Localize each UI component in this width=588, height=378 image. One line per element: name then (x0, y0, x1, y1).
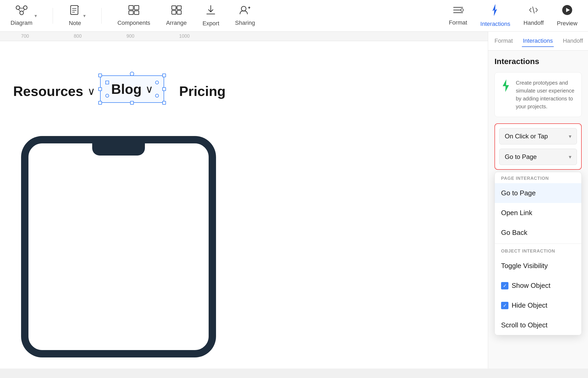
sharing-label: Sharing (235, 20, 255, 26)
nav-resources[interactable]: Resources ∨ (13, 83, 95, 99)
svg-rect-12 (129, 11, 133, 14)
hide-object-label: Hide Object (512, 301, 547, 309)
format-button[interactable]: Format (449, 5, 467, 26)
phone-body (21, 136, 216, 357)
blog-arrow-icon: ∨ (145, 83, 153, 95)
note-toolbar-item[interactable]: Note ▾ (69, 5, 85, 27)
interaction-config-container: On Click or Tap ▾ Go to Page ▾ (494, 123, 582, 170)
trigger-chevron-icon: ▾ (569, 133, 571, 139)
hide-object-checkbox-icon: ✓ (501, 302, 508, 309)
show-object-label: Show Object (512, 282, 550, 290)
right-panel: Format Interactions Handoff Preview Inte… (488, 32, 588, 369)
handle-top-right[interactable] (162, 74, 166, 77)
export-label: Export (203, 20, 219, 27)
arrange-label: Arrange (166, 20, 187, 26)
svg-point-1 (23, 6, 27, 9)
interactions-icon (491, 4, 499, 18)
pricing-text: Pricing (179, 84, 226, 99)
dropdown-item-go-back[interactable]: Go Back (495, 223, 581, 243)
svg-rect-15 (177, 6, 181, 9)
blog-selection-wrapper[interactable]: Blog ∨ (100, 75, 164, 103)
dropdown-item-open-link[interactable]: Open Link (495, 203, 581, 223)
note-button[interactable]: Note (69, 5, 81, 27)
handoff-label: Handoff (523, 20, 544, 26)
panel-title: Interactions (494, 57, 582, 66)
blog-element[interactable]: Blog ∨ (100, 75, 164, 103)
circle-handle-br (155, 94, 159, 98)
diagram-icon (16, 5, 27, 17)
interactions-label: Interactions (480, 21, 510, 27)
svg-point-27 (461, 9, 463, 11)
handoff-button[interactable]: Handoff (523, 5, 544, 26)
ruler-900: 900 (126, 33, 134, 39)
object-interaction-header: OBJECT INTERACTION (495, 245, 581, 256)
svg-point-21 (241, 6, 246, 11)
note-arrow-icon: ▾ (83, 13, 86, 19)
toolbar: Diagram ▾ Note ▾ (0, 0, 588, 32)
handle-bottom-right[interactable] (162, 101, 166, 105)
show-object-checkbox-icon: ✓ (501, 282, 508, 289)
ruler-1000: 1000 (179, 33, 190, 39)
export-button[interactable]: Export (203, 4, 219, 27)
trigger-select[interactable]: On Click or Tap ▾ (499, 128, 577, 144)
arrange-icon (171, 5, 182, 17)
diagram-button[interactable]: Diagram (11, 5, 32, 26)
diagram-toolbar-item[interactable]: Diagram ▾ (11, 5, 37, 26)
svg-line-28 (533, 7, 534, 13)
tab-handoff[interactable]: Handoff (562, 35, 584, 47)
canvas-content[interactable]: Resources ∨ (0, 41, 488, 369)
toolbar-left: Diagram ▾ Note ▾ (11, 4, 255, 27)
sharing-icon (239, 5, 251, 17)
action-dropdown-menu: PAGE INTERACTION Go to Page Open Link Go… (494, 172, 582, 335)
action-select[interactable]: Go to Page ▾ (499, 149, 577, 165)
resources-text: Resources (13, 83, 83, 99)
format-icon (453, 5, 464, 17)
handle-top-center[interactable] (130, 72, 134, 76)
sharing-button[interactable]: Sharing (235, 5, 255, 26)
handle-bottom-left[interactable] (98, 101, 102, 105)
interactions-button[interactable]: Interactions (480, 4, 510, 27)
panel-tabs: Format Interactions Handoff Preview (488, 32, 588, 51)
note-label: Note (69, 20, 81, 27)
diagram-arrow-icon: ▾ (35, 13, 37, 19)
svg-rect-11 (134, 6, 139, 10)
svg-rect-16 (172, 11, 176, 14)
dropdown-item-go-to-page[interactable]: Go to Page (495, 183, 581, 203)
svg-point-0 (16, 6, 20, 9)
nav-pricing[interactable]: Pricing (179, 83, 226, 99)
components-button[interactable]: Components (117, 5, 150, 26)
components-label: Components (117, 20, 150, 26)
circle-handle-bl (105, 94, 109, 98)
svg-rect-10 (129, 6, 133, 10)
phone-notch (92, 143, 145, 156)
toggle-visibility-label: Toggle Visibility (501, 262, 548, 270)
dropdown-item-hide-object[interactable]: ✓ Hide Object (495, 295, 581, 315)
handle-mid-right[interactable] (162, 87, 166, 91)
phone-mockup (21, 136, 216, 357)
format-label: Format (449, 19, 467, 26)
interactions-info-card: Create prototypes and simulate user expe… (494, 72, 582, 117)
interactions-info-text: Create prototypes and simulate user expe… (516, 79, 575, 110)
preview-button[interactable]: Preview (557, 4, 577, 27)
handle-mid-left[interactable] (98, 87, 102, 91)
dropdown-divider (495, 244, 581, 244)
svg-line-4 (18, 9, 21, 12)
export-icon (206, 4, 215, 18)
dropdown-item-scroll-to-object[interactable]: Scroll to Object (495, 315, 581, 335)
handle-top-left[interactable] (98, 74, 102, 77)
arrange-button[interactable]: Arrange (166, 5, 187, 26)
handle-bottom-center[interactable] (130, 101, 134, 105)
panel-content: Interactions Create prototypes and simul… (488, 51, 588, 369)
dropdown-item-show-object[interactable]: ✓ Show Object (495, 276, 581, 295)
toolbar-divider-1 (53, 8, 53, 24)
svg-line-5 (23, 9, 25, 12)
open-link-label: Open Link (501, 209, 532, 217)
tab-format[interactable]: Format (493, 35, 514, 47)
toolbar-divider-2 (101, 8, 102, 24)
canvas[interactable]: 700 800 900 1000 Resources ∨ (0, 32, 488, 369)
dropdown-item-toggle-visibility[interactable]: Toggle Visibility (495, 256, 581, 276)
action-chevron-icon: ▾ (569, 154, 571, 160)
toolbar-right: Format Interactions Handoff (449, 4, 577, 27)
ruler-800: 800 (74, 33, 82, 39)
tab-interactions[interactable]: Interactions (522, 35, 554, 47)
